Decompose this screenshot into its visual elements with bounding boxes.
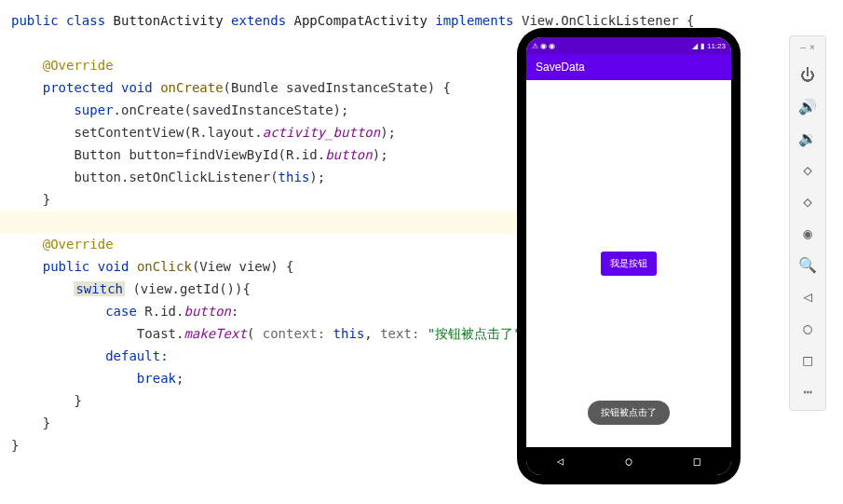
zoom-button[interactable]: 🔍: [795, 252, 821, 278]
app-body: 我是按钮 按钮被点击了: [526, 80, 731, 447]
close-button[interactable]: ×: [809, 42, 815, 52]
toast: 按钮被点击了: [588, 401, 670, 425]
volume-up-button[interactable]: 🔊: [795, 93, 821, 119]
nav-home-icon[interactable]: ○: [625, 455, 632, 468]
clock: 11:23: [707, 42, 726, 50]
more-icon: ⋯: [803, 383, 812, 401]
app-bar: SaveData: [526, 54, 731, 80]
camera-icon: ◉: [803, 225, 812, 242]
screenshot-button[interactable]: ◉: [795, 220, 821, 246]
more-button[interactable]: ⋯: [795, 378, 821, 404]
rotate-right-button[interactable]: ◇: [795, 188, 821, 214]
status-bar: ⚠ ◉ ◉ ◢ ▮ 11:23: [526, 37, 731, 54]
overview-button[interactable]: □: [795, 347, 821, 373]
emulator-controls: – × ⏻ 🔊 🔉 ◇ ◇ ◉ 🔍 ◁ ○ □ ⋯: [789, 35, 826, 411]
back-icon: ◁: [803, 288, 812, 306]
battery-icon: ▮: [700, 42, 704, 50]
signal-icon: ◢: [692, 42, 698, 50]
overview-icon: □: [803, 351, 812, 369]
code-editor[interactable]: public class ButtonActivity extends AppC…: [0, 0, 522, 456]
volume-down-icon: 🔉: [798, 129, 817, 147]
rotate-left-button[interactable]: ◇: [795, 157, 821, 183]
demo-button[interactable]: 我是按钮: [601, 252, 657, 276]
app-title: SaveData: [536, 61, 585, 74]
minimize-button[interactable]: –: [800, 42, 806, 52]
status-icons-left: ⚠ ◉ ◉: [532, 42, 555, 50]
system-nav-bar: ◁ ○ □: [526, 447, 731, 475]
home-icon: ○: [803, 320, 812, 337]
back-button[interactable]: ◁: [795, 283, 821, 309]
home-button[interactable]: ○: [795, 315, 821, 341]
volume-up-icon: 🔊: [798, 98, 817, 116]
rotate-right-icon: ◇: [803, 193, 812, 211]
zoom-icon: 🔍: [798, 256, 817, 274]
power-button[interactable]: ⏻: [795, 61, 821, 88]
phone-screen: ⚠ ◉ ◉ ◢ ▮ 11:23 SaveData 我是按钮 按钮被点击了 ◁ ○…: [526, 37, 731, 475]
nav-recent-icon[interactable]: □: [694, 455, 700, 468]
emulator-phone: ⚠ ◉ ◉ ◢ ▮ 11:23 SaveData 我是按钮 按钮被点击了 ◁ ○…: [517, 28, 741, 484]
power-icon: ⏻: [800, 66, 815, 84]
volume-down-button[interactable]: 🔉: [795, 125, 821, 151]
rotate-left-icon: ◇: [803, 161, 812, 179]
nav-back-icon[interactable]: ◁: [557, 455, 564, 468]
